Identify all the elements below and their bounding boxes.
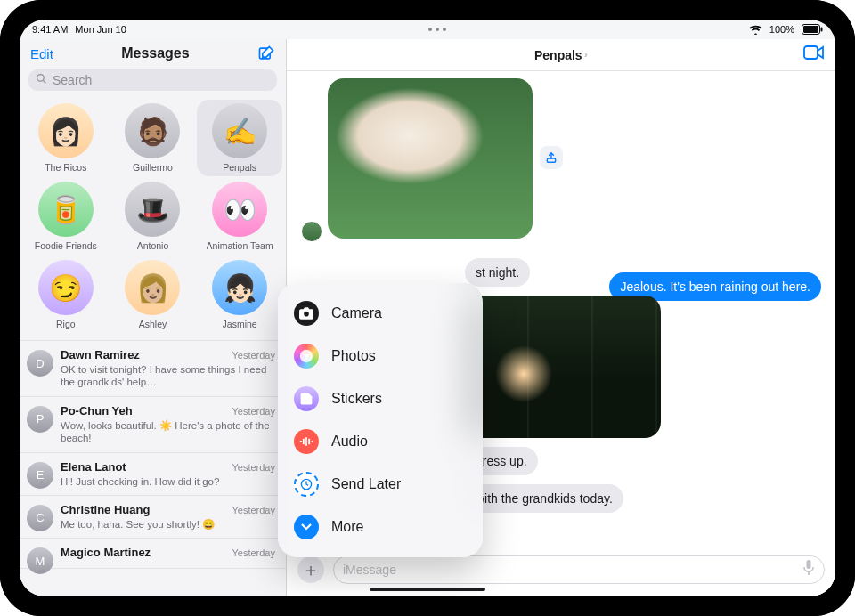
attachments-popover: CameraPhotosStickersAudioSend LaterMore — [278, 283, 483, 557]
conversation-time: Yesterday — [232, 462, 275, 473]
svg-rect-1 — [803, 26, 818, 33]
pinned-label: Guillermo — [133, 162, 173, 173]
popover-item-camera[interactable]: Camera — [283, 292, 477, 335]
pinned-label: Penpals — [223, 162, 256, 173]
compose-button[interactable] — [257, 45, 275, 62]
pinned-conversation[interactable]: ✍️Penpals — [197, 100, 282, 176]
conversation-row[interactable]: EElena LanotYesterdayHi! Just checking i… — [20, 453, 286, 496]
status-time: 9:41 AM — [32, 24, 68, 35]
pinned-label: Rigo — [56, 319, 76, 329]
message-placeholder: iMessage — [343, 563, 396, 577]
battery-icon — [802, 24, 823, 35]
battery-percent: 100% — [770, 24, 794, 35]
popover-label: Stickers — [331, 391, 382, 407]
conversation-name: Elena Lanot — [61, 460, 126, 474]
conversation-time: Yesterday — [232, 505, 275, 515]
conversation-time: Yesterday — [232, 350, 275, 361]
popover-item-send-later[interactable]: Send Later — [283, 463, 477, 506]
avatar: 👧🏻 — [212, 260, 267, 315]
search-field[interactable]: Search — [28, 69, 277, 91]
stickers-icon — [294, 386, 319, 411]
sidebar-title: Messages — [121, 45, 190, 61]
pinned-conversation[interactable]: 🧔🏽Guillermo — [110, 100, 196, 176]
message-input[interactable]: iMessage — [333, 555, 825, 584]
avatar: 👩🏼 — [125, 260, 180, 315]
pinned-conversation[interactable]: 😏Rigo — [23, 256, 109, 333]
conversation-row[interactable]: DDawn RamirezYesterdayOK to visit tonigh… — [20, 341, 286, 397]
svg-point-4 — [37, 75, 45, 82]
popover-item-audio[interactable]: Audio — [283, 420, 477, 463]
svg-rect-5 — [804, 46, 818, 59]
status-date: Mon Jun 10 — [75, 24, 126, 35]
popover-label: Camera — [331, 305, 382, 321]
screen: 9:41 AM Mon Jun 10 100% Edit Messages — [20, 20, 835, 596]
audio-icon — [294, 429, 319, 454]
pinned-label: The Ricos — [45, 162, 86, 173]
conversation-header[interactable]: Penpals › — [287, 39, 835, 71]
pinned-conversation[interactable]: 🥫Foodie Friends — [23, 178, 109, 255]
photos-icon — [294, 344, 319, 369]
pinned-label: Antonio — [137, 240, 169, 251]
conversation-time: Yesterday — [232, 406, 275, 417]
popover-item-photos[interactable]: Photos — [283, 335, 477, 377]
attachments-button[interactable]: ＋ — [297, 556, 324, 583]
conversation-time: Yesterday — [232, 547, 275, 558]
pinned-conversation[interactable]: 👩🏻The Ricos — [23, 100, 109, 176]
avatar: 👀 — [212, 182, 267, 237]
conversation-preview: Wow, looks beautiful. ☀️ Here's a photo … — [61, 419, 275, 445]
popover-item-more[interactable]: More — [283, 506, 477, 548]
dictate-icon[interactable] — [802, 560, 815, 580]
ipad-frame: 9:41 AM Mon Jun 10 100% Edit Messages — [0, 0, 855, 616]
conversation-name: Dawn Ramirez — [61, 348, 140, 361]
search-icon — [36, 73, 47, 87]
conversation-preview: OK to visit tonight? I have some things … — [61, 363, 275, 389]
received-image[interactable] — [328, 78, 533, 239]
svg-point-12 — [305, 354, 309, 359]
search-placeholder: Search — [53, 73, 92, 87]
sender-avatar[interactable] — [301, 221, 322, 242]
conversation-row[interactable]: PPo-Chun YehYesterdayWow, looks beautifu… — [20, 397, 286, 453]
pinned-conversation[interactable]: 🎩Antonio — [110, 178, 196, 255]
more-icon — [294, 515, 319, 539]
pinned-conversation[interactable]: 👩🏼Ashley — [110, 256, 196, 333]
pinned-label: Jasmine — [223, 319, 257, 329]
svg-rect-2 — [820, 28, 822, 32]
conversation-name: Magico Martinez — [61, 546, 151, 559]
edit-button[interactable]: Edit — [30, 46, 53, 61]
avatar: 👩🏻 — [38, 103, 94, 158]
conversation-name: Po-Chun Yeh — [61, 404, 133, 417]
conversation-name: Christine Huang — [61, 503, 150, 516]
conversation-title: Penpals — [534, 48, 582, 62]
conversation-preview: Hi! Just checking in. How did it go? — [61, 475, 275, 488]
conversation-row[interactable]: MMagico MartinezYesterday — [20, 539, 286, 569]
home-indicator[interactable] — [370, 588, 485, 591]
facetime-button[interactable] — [803, 45, 825, 64]
popover-label: Photos — [331, 348, 376, 364]
popover-label: Send Later — [331, 476, 401, 492]
conversation-preview: Me too, haha. See you shortly! 😄 — [61, 518, 275, 531]
svg-rect-9 — [808, 572, 810, 575]
pinned-label: Animation Team — [207, 240, 273, 251]
status-bar: 9:41 AM Mon Jun 10 100% — [20, 20, 835, 39]
svg-rect-6 — [547, 158, 555, 162]
pinned-label: Foodie Friends — [35, 240, 97, 251]
incoming-message-partial[interactable]: st night. — [465, 258, 530, 287]
avatar: M — [27, 547, 53, 574]
popover-item-stickers[interactable]: Stickers — [283, 377, 477, 420]
pinned-conversation[interactable]: 👀Animation Team — [197, 178, 282, 255]
incoming-message-partial[interactable]: with the grandkids today. — [465, 484, 623, 513]
pinned-conversation[interactable]: 👧🏻Jasmine — [197, 256, 282, 333]
svg-point-10 — [304, 312, 309, 317]
conversation-list[interactable]: DDawn RamirezYesterdayOK to visit tonigh… — [20, 340, 286, 596]
avatar: D — [27, 350, 53, 377]
received-image-2[interactable] — [465, 296, 661, 438]
image-action-button[interactable] — [540, 146, 563, 169]
svg-rect-8 — [807, 560, 811, 569]
conversation-row[interactable]: CChristine HuangYesterdayMe too, haha. S… — [20, 496, 286, 539]
multitask-dots[interactable] — [428, 28, 446, 31]
sidebar: Edit Messages Search 👩🏻The Ricos🧔🏽Guille — [20, 39, 287, 596]
avatar: P — [27, 406, 53, 433]
pinned-grid: 👩🏻The Ricos🧔🏽Guillermo✍️Penpals🥫Foodie F… — [20, 96, 286, 340]
avatar: 🎩 — [125, 182, 180, 237]
chevron-right-icon: › — [584, 50, 588, 61]
